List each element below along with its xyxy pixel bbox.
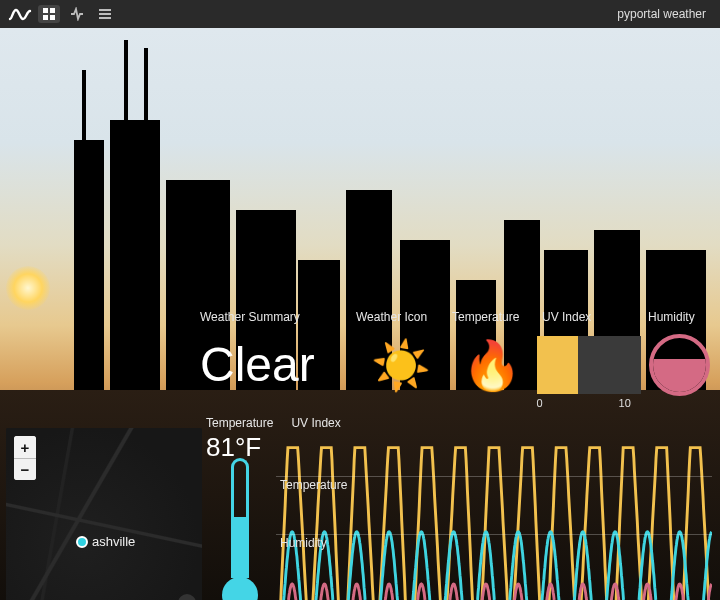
- svg-rect-1: [50, 8, 55, 13]
- top-bar: pyportal weather: [0, 0, 720, 28]
- graph-temperature: Temperature: [276, 478, 712, 534]
- map-zoom-in-button[interactable]: +: [14, 436, 36, 458]
- card-labels-row: Weather Summary Weather Icon Temperature…: [200, 310, 710, 324]
- uv-max: 10: [619, 397, 631, 409]
- app-logo-icon: [8, 5, 32, 23]
- label-weather-summary: Weather Summary: [200, 310, 356, 324]
- mini-map[interactable]: + − ashville i: [6, 428, 202, 600]
- weather-icon: ☀️: [354, 337, 448, 394]
- graph-humidity: Humidity: [276, 536, 712, 592]
- graph-humidity-svg: [276, 536, 712, 600]
- uv-min: 0: [537, 397, 543, 409]
- svg-rect-4: [99, 9, 111, 11]
- thermometer-mercury: [234, 517, 246, 583]
- uv-index-fill: [537, 336, 579, 394]
- uv-index-bar: 0 10: [537, 336, 641, 394]
- map-city-label: ashville: [92, 534, 135, 549]
- card-values-row: Clear ☀️ 🔥 0 10: [200, 328, 710, 402]
- label-humidity: Humidity: [648, 310, 718, 324]
- readout-temperature-label: Temperature: [206, 416, 273, 430]
- label-weather-icon: Weather Icon: [356, 310, 452, 324]
- map-zoom-controls: + −: [14, 436, 36, 480]
- humidity-gauge: [649, 334, 710, 396]
- thermometer-icon: [220, 458, 260, 600]
- view-activity-icon[interactable]: [66, 5, 88, 23]
- view-list-icon[interactable]: [94, 5, 116, 23]
- top-bar-left: [8, 5, 116, 23]
- temperature-fire-icon: 🔥: [448, 337, 537, 394]
- svg-rect-0: [43, 8, 48, 13]
- label-temperature-icon: Temperature: [452, 310, 542, 324]
- view-grid-icon[interactable]: [38, 5, 60, 23]
- graph-uv: [276, 420, 712, 476]
- svg-rect-3: [50, 15, 55, 20]
- humidity-fill: [653, 359, 706, 392]
- weather-summary-value: Clear: [200, 341, 354, 389]
- map-pin-icon: [76, 536, 88, 548]
- map-attribution-icon[interactable]: i: [178, 594, 196, 600]
- sparkline-graphs: Temperature Humidity: [276, 420, 712, 592]
- svg-rect-2: [43, 15, 48, 20]
- uv-index-empty: [578, 336, 641, 394]
- feed-name: pyportal weather: [617, 7, 712, 21]
- svg-rect-5: [99, 13, 111, 15]
- label-uv-index: UV Index: [542, 310, 648, 324]
- svg-rect-6: [99, 17, 111, 19]
- map-zoom-out-button[interactable]: −: [14, 458, 36, 480]
